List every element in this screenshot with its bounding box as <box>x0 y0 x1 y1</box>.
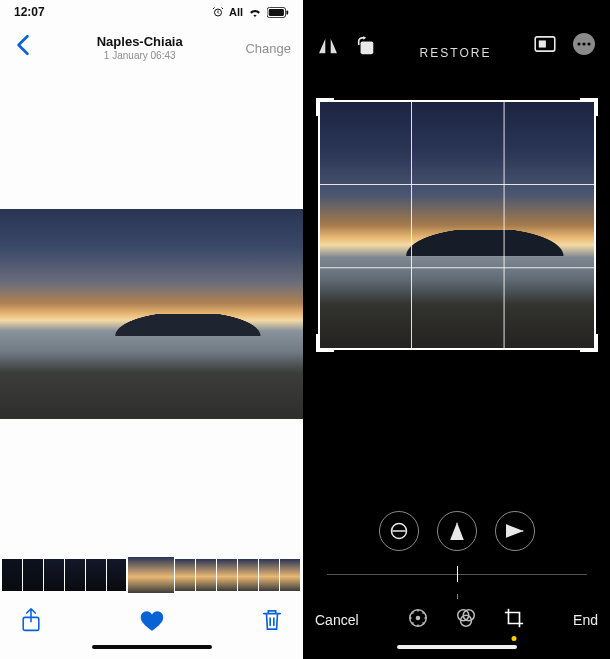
share-button[interactable] <box>20 607 42 633</box>
change-button[interactable]: Change <box>243 37 293 60</box>
editor-bottom-bar: Cancel End <box>303 595 610 645</box>
photo-image <box>0 209 303 419</box>
status-time: 12:07 <box>14 5 45 19</box>
photo-timestamp: 1 January 06:43 <box>36 50 243 61</box>
filmstrip-thumb[interactable] <box>196 559 216 591</box>
svg-rect-5 <box>361 41 374 54</box>
alarm-icon <box>212 6 224 18</box>
rotate-button[interactable] <box>355 36 377 60</box>
filmstrip-thumb[interactable] <box>44 559 64 591</box>
svg-rect-2 <box>269 9 284 16</box>
angle-ruler[interactable] <box>303 559 610 589</box>
filmstrip-thumb[interactable] <box>65 559 85 591</box>
crop-handle-tl[interactable] <box>316 98 334 116</box>
svg-point-10 <box>582 42 585 45</box>
done-button[interactable]: End <box>573 612 598 628</box>
crop-handle-tr[interactable] <box>580 98 598 116</box>
crop-handle-bl[interactable] <box>316 334 334 352</box>
filmstrip[interactable] <box>0 555 303 595</box>
rotate-icon <box>355 36 377 56</box>
photo-editor-pane: RESTORE <box>303 0 610 659</box>
network-label: All <box>229 6 243 18</box>
crop-icon <box>503 607 525 629</box>
vertical-perspective-button[interactable] <box>437 511 477 551</box>
delete-button[interactable] <box>261 608 283 632</box>
filters-icon <box>455 607 477 629</box>
title-block: Naples-Chiaia 1 January 06:43 <box>36 35 243 61</box>
adjust-icon <box>407 607 429 629</box>
filmstrip-thumb-selected[interactable] <box>128 557 174 593</box>
filmstrip-thumb[interactable] <box>217 559 237 591</box>
filmstrip-thumb[interactable] <box>23 559 43 591</box>
crop-frame[interactable] <box>318 100 596 350</box>
filmstrip-thumb[interactable] <box>175 559 195 591</box>
straighten-button[interactable] <box>379 511 419 551</box>
filmstrip-thumb[interactable] <box>238 559 258 591</box>
photo-location: Naples-Chiaia <box>36 35 243 49</box>
filmstrip-thumb[interactable] <box>259 559 279 591</box>
status-bar: 12:07 All <box>0 0 303 24</box>
filmstrip-thumb[interactable] <box>2 559 22 591</box>
favorite-button[interactable] <box>139 608 165 632</box>
home-indicator[interactable] <box>303 645 610 659</box>
trash-icon <box>261 608 283 632</box>
svg-point-11 <box>587 42 590 45</box>
crop-tab[interactable] <box>503 607 525 633</box>
photo-viewer-pane: 12:07 All Naples-Chiaia 1 January 06:43 … <box>0 0 303 659</box>
home-indicator[interactable] <box>0 645 303 659</box>
more-icon <box>572 32 596 56</box>
flip-horizontal-icon <box>317 37 339 55</box>
filters-tab[interactable] <box>455 607 477 633</box>
flip-vertical-icon <box>448 521 466 541</box>
back-chevron-icon <box>16 34 30 56</box>
horizontal-perspective-button[interactable] <box>495 511 535 551</box>
heart-icon <box>139 608 165 632</box>
svg-rect-3 <box>286 10 288 14</box>
top-bar: Naples-Chiaia 1 January 06:43 Change <box>0 24 303 72</box>
straighten-icon <box>389 521 409 541</box>
filmstrip-thumb[interactable] <box>86 559 106 591</box>
aspect-ratio-button[interactable] <box>534 36 556 56</box>
status-indicators: All <box>212 6 289 18</box>
adjust-tab[interactable] <box>407 607 429 633</box>
editor-canvas[interactable] <box>303 70 610 507</box>
bottom-toolbar <box>0 595 303 645</box>
wifi-icon <box>248 7 262 17</box>
flip-horizontal-button[interactable] <box>317 37 339 59</box>
aspect-ratio-icon <box>534 36 556 52</box>
editor-controls <box>303 507 610 595</box>
battery-icon <box>267 7 289 18</box>
filmstrip-thumb[interactable] <box>107 559 127 591</box>
filmstrip-thumb[interactable] <box>280 559 300 591</box>
crop-handle-br[interactable] <box>580 334 598 352</box>
share-icon <box>20 607 42 633</box>
svg-point-14 <box>416 616 421 621</box>
crop-grid <box>318 100 596 350</box>
editor-top-bar: RESTORE <box>303 0 610 70</box>
restore-button[interactable]: RESTORE <box>420 46 492 60</box>
svg-rect-7 <box>539 40 546 47</box>
more-button[interactable] <box>572 32 596 60</box>
back-button[interactable] <box>10 30 36 66</box>
photo-viewport[interactable] <box>0 72 303 555</box>
cancel-button[interactable]: Cancel <box>315 612 359 628</box>
svg-point-9 <box>577 42 580 45</box>
perspective-icon <box>505 522 525 540</box>
